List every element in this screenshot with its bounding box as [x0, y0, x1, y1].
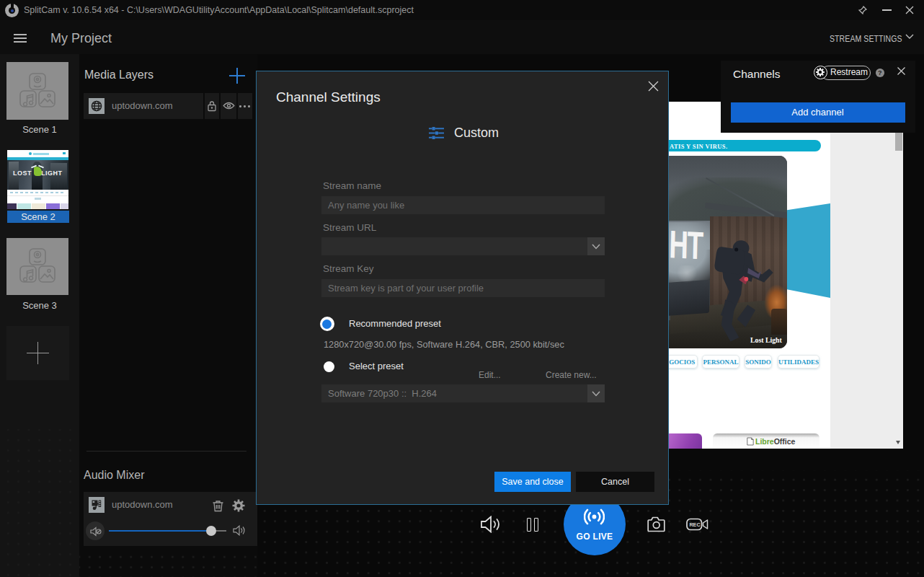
svg-text:REC: REC — [689, 521, 700, 528]
